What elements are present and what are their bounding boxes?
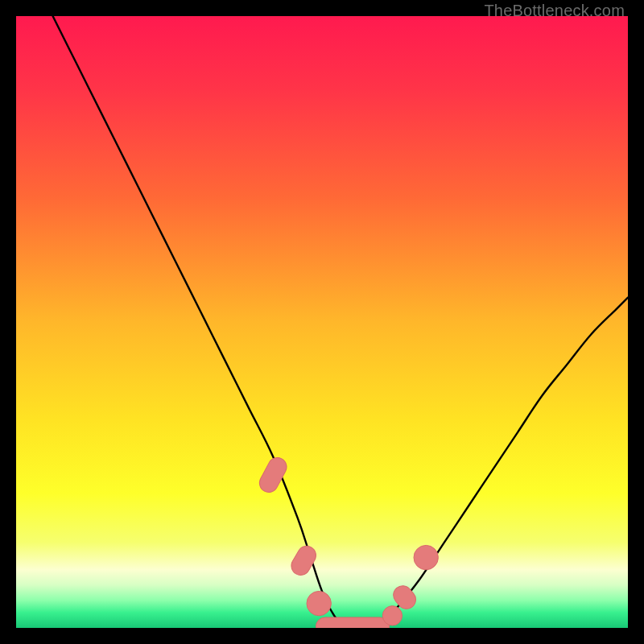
plot-area [16,16,628,628]
curve-layer [16,16,628,628]
marker-dot [382,606,402,625]
marker-pill [288,543,320,578]
bottleneck-curve [53,16,628,628]
marker-pill [256,454,290,495]
marker-dot [307,591,331,615]
chart-frame: TheBottleneck.com [0,0,644,644]
marker-pill [316,617,389,628]
marker-dot [414,545,438,569]
